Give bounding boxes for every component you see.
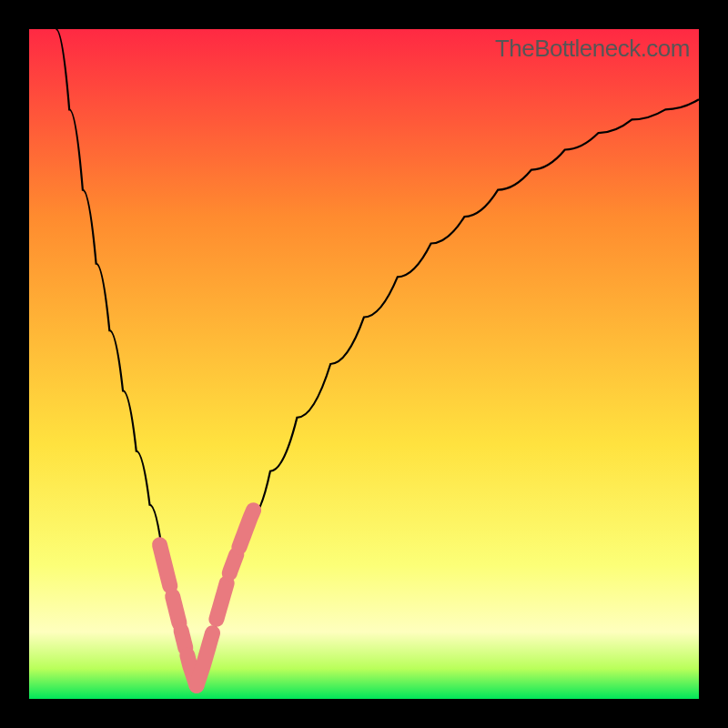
plot-area: TheBottleneck.com (29, 29, 699, 699)
bead-segment (217, 583, 227, 619)
chart-svg (29, 29, 699, 699)
bead-segment (229, 555, 237, 573)
bead-segment (181, 631, 186, 648)
bead-segment (160, 545, 170, 586)
bead-segment (173, 596, 179, 622)
watermark-text: TheBottleneck.com (495, 35, 690, 63)
outer-frame: TheBottleneck.com (0, 0, 728, 728)
gradient-background (29, 29, 699, 699)
